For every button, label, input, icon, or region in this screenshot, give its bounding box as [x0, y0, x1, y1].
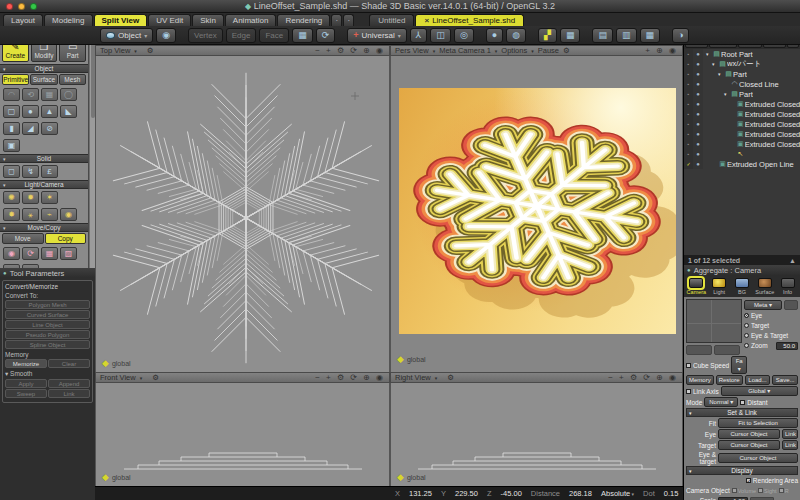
coordinate-mode-dropdown[interactable]: Absolute ▾ — [601, 489, 634, 498]
cursor-object-button[interactable]: Cursor Object — [718, 429, 780, 439]
gear-icon[interactable]: ⚙ — [447, 373, 454, 382]
light-camera-tool-icon[interactable]: ✺ — [3, 191, 20, 204]
row-toggle-icon[interactable]: ▪ — [684, 59, 693, 69]
cursor-object-button[interactable]: Cursor Object — [718, 453, 798, 463]
memorize-button[interactable]: Memorize — [5, 359, 47, 368]
tree-row-root-part[interactable]: ▪●▾▤Root Part — [684, 49, 800, 59]
tree-row-wx-[interactable]: ▪●▾▤wx/パート — [684, 59, 800, 69]
layout-tool-1[interactable]: ▞ — [538, 28, 557, 43]
scale-field-2[interactable] — [750, 497, 774, 500]
primitive-tool-icon[interactable]: ◯ — [60, 88, 77, 101]
camera-tool-button[interactable]: ◉ — [156, 28, 176, 43]
tree-row-cursor[interactable]: ▪●↖ — [684, 149, 800, 159]
aggregate-tab-camera[interactable]: Camera — [686, 278, 707, 295]
gear-icon[interactable]: ⚙ — [152, 373, 159, 382]
tree-row-extruded-closed[interactable]: ▪●▣Extruded Closed — [684, 119, 800, 129]
render-preview-button[interactable]: ◑ — [672, 28, 689, 43]
menu-tab-split-view[interactable]: Split View — [94, 14, 148, 26]
render-toggle-icon[interactable]: ● — [693, 99, 703, 109]
render-toggle-icon[interactable]: ● — [693, 129, 703, 139]
cube-speed-dropdown[interactable]: Fa ▾ — [731, 356, 747, 374]
move-copy-tool-icon[interactable]: ⟳ — [22, 247, 39, 260]
render-toggle-icon[interactable]: ● — [693, 49, 703, 59]
right-viewport[interactable]: ◆global — [390, 383, 683, 486]
solid-tool-icon[interactable]: ↯ — [22, 165, 39, 178]
front-view-title[interactable]: Front View — [100, 373, 136, 382]
save--button[interactable]: Save... — [772, 375, 798, 385]
gear-icon[interactable]: ⚙ — [147, 46, 154, 55]
row-toggle-icon[interactable]: ▪ — [684, 119, 693, 129]
primitive-tool-icon[interactable]: ▣ — [3, 139, 20, 152]
link-axis-checkbox[interactable] — [686, 389, 691, 394]
menu-tab-layout[interactable]: Layout — [3, 14, 43, 26]
tree-row-extruded-open-line[interactable]: ✓●▣Extruded Open Line — [684, 159, 800, 169]
layout-tool-2[interactable]: ▦ — [560, 28, 581, 43]
link-axis-dropdown[interactable]: Global ▾ — [721, 386, 798, 396]
set-link-section[interactable]: ▾Set & Link — [686, 408, 798, 417]
light-camera-tool-icon[interactable]: ✶ — [41, 191, 58, 204]
section-object[interactable]: ▾Object — [0, 64, 88, 73]
convert-to-polygon-mesh-button[interactable]: Polygon Mesh — [5, 300, 90, 309]
radio-zoom[interactable] — [744, 343, 749, 348]
light-camera-tool-icon[interactable]: ✸ — [3, 208, 20, 221]
universal-manipulator-button[interactable]: +Universal▾ — [347, 28, 407, 43]
camera-type-dropdown[interactable]: Meta ▾ — [744, 300, 782, 310]
menu-extra-button-2[interactable]: · — [343, 14, 354, 26]
primitive-tool-icon[interactable]: ◢ — [22, 122, 39, 135]
doc-tab-lineoffset-sample-shd[interactable]: ×LineOffset_Sample.shd — [415, 14, 524, 26]
checkbox[interactable] — [758, 488, 763, 493]
view-layout-tool-3[interactable]: ▦ — [640, 28, 661, 43]
aggregate-tab-bg[interactable]: BG — [732, 278, 753, 295]
move-copy-tool-icon[interactable]: ▨ — [60, 247, 77, 260]
rig-tool-3[interactable]: ◎ — [454, 28, 474, 43]
tree-row-extruded-closed[interactable]: ▪●▣Extruded Closed — [684, 99, 800, 109]
shading-tool-1[interactable]: ● — [486, 28, 503, 43]
section-light-camera[interactable]: ▾Light/Camera — [0, 180, 88, 189]
convert-to-line-object-button[interactable]: Line Object — [5, 320, 90, 329]
view-controls[interactable]: ⟳ ⊕ ◉ — [350, 373, 385, 382]
scale-field[interactable]: 1.00 — [718, 497, 748, 500]
light-camera-tool-icon[interactable]: ⌁ — [41, 208, 58, 221]
link-button[interactable]: Link — [782, 429, 798, 439]
radio-eye[interactable] — [744, 313, 749, 318]
mode-dropdown[interactable]: Normal ▾ — [704, 397, 738, 407]
menu-tab-uv-edit[interactable]: UV Edit — [148, 14, 191, 26]
cursor-object-button[interactable]: Cursor Object — [718, 440, 780, 450]
section-solid[interactable]: ▾Solid — [0, 154, 88, 163]
menu-tab-skin[interactable]: Skin — [192, 14, 224, 26]
row-toggle-icon[interactable]: ▪ — [684, 79, 693, 89]
render-toggle-icon[interactable]: ● — [693, 149, 703, 159]
cube-speed-checkbox[interactable] — [686, 363, 691, 368]
menu-tab-rendering[interactable]: Rendering — [277, 14, 330, 26]
camera-preview[interactable] — [686, 299, 742, 343]
pause-button[interactable]: Pause — [538, 46, 559, 55]
link-button[interactable]: Link — [48, 389, 90, 398]
primitive-tool-icon[interactable]: ▲ — [41, 105, 58, 118]
browser-empty-area[interactable] — [684, 181, 800, 255]
mode-button-edge[interactable]: Edge — [226, 28, 257, 43]
render-toggle-icon[interactable]: ● — [693, 69, 703, 79]
tree-row-extruded-closed[interactable]: ▪●▣Extruded Closed — [684, 109, 800, 119]
display-section[interactable]: ▾Display — [686, 466, 798, 475]
row-toggle-icon[interactable]: ▪ — [684, 89, 693, 99]
pers-view-title[interactable]: Pers View — [395, 46, 429, 55]
light-camera-tool-icon[interactable]: ✹ — [22, 191, 39, 204]
link-button[interactable]: Link — [782, 440, 798, 450]
tool-parameters-header[interactable]: ●Tool Parameters — [0, 268, 95, 278]
primitive-tool-icon[interactable]: ⟲ — [22, 88, 39, 101]
convert-to-curved-surface-button[interactable]: Curved Surface — [5, 310, 90, 319]
preview-button-1[interactable] — [686, 345, 712, 355]
view-controls[interactable]: ⟳ ⊕ ◉ — [643, 373, 678, 382]
doc-tab-untitled[interactable]: Untitled — [369, 14, 414, 26]
transform-tool-2[interactable]: ⟳ — [316, 28, 336, 43]
close-tab-icon[interactable]: × — [424, 16, 429, 25]
tree-row-extruded-closed[interactable]: ▪●▣Extruded Closed — [684, 129, 800, 139]
object-type-button[interactable]: Object▾ — [100, 28, 153, 43]
right-view-title[interactable]: Right View — [395, 373, 431, 382]
pers-viewport[interactable]: ◆global — [390, 56, 683, 372]
apply-button[interactable]: Apply — [5, 379, 47, 388]
radio-eye-target[interactable] — [744, 333, 749, 338]
clear-button[interactable]: Clear — [48, 359, 90, 368]
render-toggle-icon[interactable]: ● — [693, 59, 703, 69]
render-toggle-icon[interactable]: ● — [693, 119, 703, 129]
